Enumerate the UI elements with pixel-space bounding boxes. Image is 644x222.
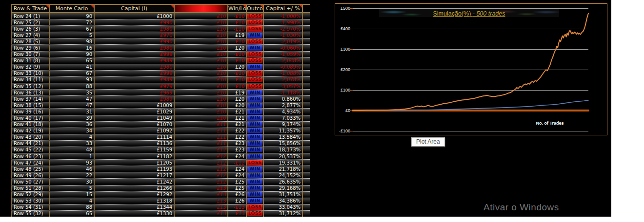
row-label-cell[interactable]: Row 40 (17) bbox=[11, 115, 50, 121]
stake-cell[interactable]: £12 bbox=[175, 160, 228, 166]
monte-carlo-cell[interactable]: 41 bbox=[50, 64, 95, 70]
stake-cell[interactable]: £10 bbox=[175, 58, 228, 64]
capital-pct-cell[interactable]: -2,019% bbox=[264, 38, 303, 44]
outcome-cell[interactable]: LOSS bbox=[247, 71, 264, 76]
win-loss-cell[interactable]: £24 bbox=[228, 166, 247, 172]
row-label-cell[interactable]: Row 49 (26) bbox=[11, 172, 50, 178]
capital-cell[interactable]: £999 bbox=[95, 52, 175, 57]
capital-cell[interactable]: £1292 bbox=[95, 192, 175, 198]
blue_series-line[interactable] bbox=[353, 100, 588, 111]
capital-cell[interactable]: £980 bbox=[95, 45, 175, 51]
outcome-cell[interactable]: LOSS bbox=[247, 204, 264, 210]
capital-pct-cell[interactable]: 15,856% bbox=[264, 141, 303, 147]
monte-carlo-cell[interactable]: 90 bbox=[50, 52, 95, 57]
monte-carlo-cell[interactable]: 88 bbox=[50, 204, 95, 210]
outcome-cell[interactable]: WIN bbox=[247, 166, 264, 172]
capital-pct-cell[interactable]: -1,088% bbox=[264, 71, 303, 76]
outcome-cell[interactable]: LOSS bbox=[247, 52, 264, 57]
capital-cell[interactable]: £999 bbox=[95, 71, 175, 76]
row-label-cell[interactable]: Row 34 (11) bbox=[11, 77, 50, 83]
capital-cell[interactable]: £1182 bbox=[95, 153, 175, 159]
capital-pct-cell[interactable]: -2,048% bbox=[264, 58, 303, 64]
monte-carlo-cell[interactable]: 22 bbox=[50, 172, 95, 178]
outcome-cell[interactable]: LOSS bbox=[247, 13, 264, 19]
monte-carlo-cell[interactable]: 67 bbox=[50, 71, 95, 76]
capital-pct-cell[interactable]: 31,712% bbox=[264, 211, 303, 217]
win-loss-cell[interactable]: -£10 bbox=[228, 58, 247, 64]
row-label-cell[interactable]: Row 53 (30) bbox=[11, 198, 50, 204]
stake-cell[interactable]: £10 bbox=[175, 115, 228, 121]
outcome-cell[interactable]: WIN bbox=[247, 90, 264, 95]
capital-pct-cell[interactable]: 4,934% bbox=[264, 109, 303, 114]
capital-pct-cell[interactable]: -3,057% bbox=[264, 83, 303, 89]
stake-cell[interactable]: £11 bbox=[175, 128, 228, 134]
row-label-cell[interactable]: Row 28 (5) bbox=[11, 38, 50, 44]
monte-carlo-cell[interactable]: 90 bbox=[50, 13, 95, 19]
capital-pct-cell[interactable]: 19,331% bbox=[264, 160, 303, 166]
win-loss-cell[interactable]: £21 bbox=[228, 122, 247, 128]
monte-carlo-cell[interactable]: 39 bbox=[50, 115, 95, 121]
win-loss-cell[interactable]: -£13 bbox=[228, 204, 247, 210]
row-label-cell[interactable]: Row 31 (8) bbox=[11, 58, 50, 64]
win-loss-cell[interactable]: £22 bbox=[228, 134, 247, 140]
capital-pct-cell[interactable]: 34,386% bbox=[264, 198, 303, 204]
win-loss-cell[interactable]: -£13 bbox=[228, 211, 247, 217]
outcome-cell[interactable]: WIN bbox=[247, 172, 264, 178]
outcome-cell[interactable]: WIN bbox=[247, 128, 264, 134]
stake-cell[interactable]: £12 bbox=[175, 166, 228, 172]
row-label-cell[interactable]: Row 32 (9) bbox=[11, 64, 50, 70]
win-loss-cell[interactable]: £20 bbox=[228, 96, 247, 102]
capital-pct-cell[interactable]: 31,751% bbox=[264, 192, 303, 198]
stake-cell[interactable]: £13 bbox=[175, 211, 228, 217]
win-loss-cell[interactable]: -£10 bbox=[228, 77, 247, 83]
outcome-cell[interactable]: WIN bbox=[247, 134, 264, 140]
outcome-cell[interactable]: LOSS bbox=[247, 19, 264, 25]
row-label-cell[interactable]: Row 27 (4) bbox=[11, 32, 50, 38]
stake-cell[interactable]: £11 bbox=[175, 134, 228, 140]
capital-cell[interactable]: £979 bbox=[95, 83, 175, 89]
stake-cell[interactable]: £10 bbox=[175, 26, 228, 32]
capital-pct-cell[interactable]: -0,060% bbox=[264, 45, 303, 51]
stake-cell[interactable]: £12 bbox=[175, 179, 228, 185]
outcome-cell[interactable]: WIN bbox=[247, 109, 264, 114]
row-label-cell[interactable]: Row 33 (10) bbox=[11, 71, 50, 76]
row-label-cell[interactable]: Row 25 (2) bbox=[11, 19, 50, 25]
row-label-cell[interactable]: Row 37 (14) bbox=[11, 96, 50, 102]
capital-cell[interactable]: £1114 bbox=[95, 134, 175, 140]
win-loss-cell[interactable]: £23 bbox=[228, 147, 247, 153]
stake-cell[interactable]: £13 bbox=[175, 198, 228, 204]
row-label-cell[interactable]: Row 41 (18) bbox=[11, 122, 50, 128]
monte-carlo-cell[interactable]: 47 bbox=[50, 96, 95, 102]
stake-cell[interactable]: £13 bbox=[175, 204, 228, 210]
stake-cell[interactable]: £10 bbox=[175, 19, 228, 25]
stake-cell[interactable]: £10 bbox=[175, 13, 228, 19]
monte-carlo-cell[interactable]: 30 bbox=[50, 179, 95, 185]
row-label-cell[interactable]: Row 54 (31) bbox=[11, 204, 50, 210]
capital-pct-cell[interactable]: -2,078% bbox=[264, 77, 303, 83]
stake-cell[interactable]: £10 bbox=[175, 38, 228, 44]
capital-cell[interactable]: £980 bbox=[95, 64, 175, 70]
stake-cell[interactable]: £10 bbox=[175, 109, 228, 114]
outcome-cell[interactable]: WIN bbox=[247, 102, 264, 108]
win-loss-cell[interactable]: £21 bbox=[228, 115, 247, 121]
win-loss-cell[interactable]: £20 bbox=[228, 102, 247, 108]
row-label-cell[interactable]: Row 51 (28) bbox=[11, 185, 50, 191]
outcome-cell[interactable]: LOSS bbox=[247, 58, 264, 64]
stake-cell[interactable]: £10 bbox=[175, 77, 228, 83]
monte-carlo-cell[interactable]: 33 bbox=[50, 141, 95, 147]
capital-pct-cell[interactable]: -0,089% bbox=[264, 64, 303, 70]
header-cell-row-trade[interactable]: Row & Trade bbox=[11, 5, 50, 12]
row-label-cell[interactable]: Row 29 (6) bbox=[11, 45, 50, 51]
capital-pct-cell[interactable]: 20,537% bbox=[264, 153, 303, 159]
stake-cell[interactable]: £10 bbox=[175, 102, 228, 108]
capital-cell[interactable]: £969 bbox=[95, 90, 175, 95]
row-label-cell[interactable]: Row 44 (21) bbox=[11, 141, 50, 147]
outcome-cell[interactable]: WIN bbox=[247, 185, 264, 191]
capital-pct-cell[interactable]: -1,000% bbox=[264, 13, 303, 19]
capital-cell[interactable]: £1193 bbox=[95, 166, 175, 172]
capital-cell[interactable]: £1159 bbox=[95, 147, 175, 153]
row-label-cell[interactable]: Row 26 (3) bbox=[11, 26, 50, 32]
stake-cell[interactable]: £12 bbox=[175, 153, 228, 159]
header-cell-capital[interactable]: Capital (I) bbox=[95, 5, 175, 12]
monte-carlo-cell[interactable]: 31 bbox=[50, 109, 95, 114]
